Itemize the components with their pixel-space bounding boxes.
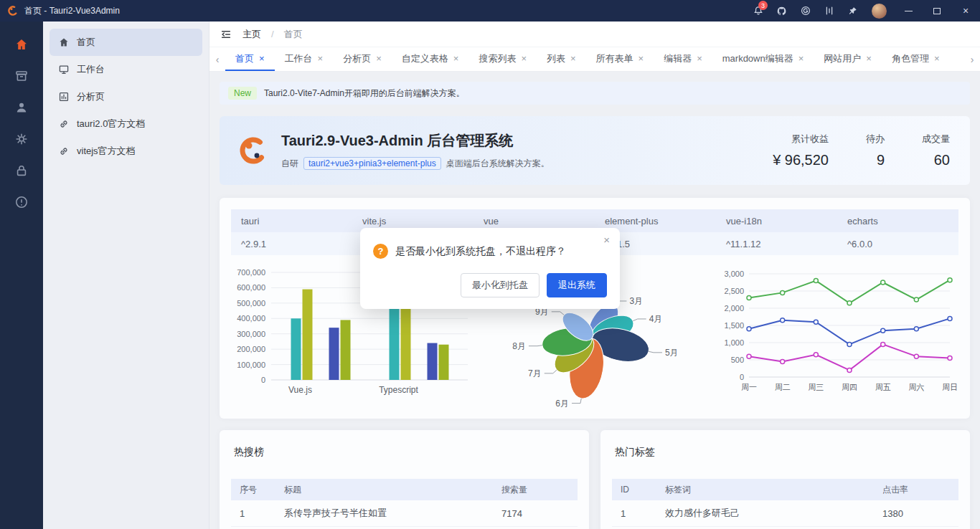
- table-cell: ^11.1.12: [716, 232, 837, 255]
- sidebar-collapse-icon[interactable]: [220, 28, 232, 41]
- notification-badge: 3: [758, 1, 768, 10]
- tabs-next-icon[interactable]: ›: [964, 47, 980, 71]
- close-button[interactable]: ×: [951, 0, 980, 22]
- tab-label: 网站用户: [824, 52, 861, 65]
- tab-item[interactable]: 编辑器×: [654, 47, 712, 71]
- navbar: 主页 / 首页: [209, 22, 980, 47]
- rail-item-permissions[interactable]: [6, 156, 37, 185]
- tab-item[interactable]: 搜索列表×: [468, 47, 537, 71]
- user-avatar[interactable]: [872, 4, 887, 19]
- sidebar-item-analysis[interactable]: 分析页: [50, 83, 202, 110]
- tab-close-icon[interactable]: ×: [318, 54, 324, 63]
- link-icon: [58, 146, 70, 157]
- exit-system-button[interactable]: 退出系统: [547, 273, 607, 297]
- window-title: 首页 - Tauri2-Vue3Admin: [24, 5, 120, 17]
- archive-icon: [14, 69, 29, 83]
- minimize-button[interactable]: [894, 0, 923, 22]
- table-header-cell: ID: [612, 479, 656, 500]
- dialog-body: ? 是否最小化到系统托盘，不退出程序？: [373, 244, 607, 259]
- svg-text:周六: 周六: [908, 383, 924, 391]
- tab-label: 自定义表格: [402, 52, 448, 65]
- tabs-prev-icon[interactable]: ‹: [209, 47, 225, 71]
- tab-close-icon[interactable]: ×: [521, 54, 527, 63]
- gitee-icon[interactable]: [793, 0, 817, 22]
- svg-text:600,000: 600,000: [237, 283, 265, 292]
- table-cell: ^2.9.1: [231, 232, 352, 255]
- svg-text:7月: 7月: [528, 368, 542, 378]
- sidebar-item-label: 首页: [77, 36, 95, 49]
- tab-item[interactable]: 角色管理×: [882, 47, 950, 71]
- svg-text:周一: 周一: [741, 383, 757, 391]
- svg-text:周四: 周四: [842, 383, 857, 391]
- pin-icon[interactable]: [841, 0, 864, 22]
- rail-item-home[interactable]: [6, 30, 37, 59]
- svg-text:周日: 周日: [942, 383, 958, 391]
- tab-item[interactable]: 所有表单×: [586, 47, 654, 71]
- table-cell: 效力感什多研毛己: [656, 500, 874, 527]
- tab-close-icon[interactable]: ×: [866, 54, 872, 63]
- sidebar-item-tauri-docs[interactable]: tauri2.0官方文档: [50, 110, 202, 138]
- tab-close-icon[interactable]: ×: [798, 54, 804, 63]
- tab-item[interactable]: 网站用户×: [814, 47, 882, 71]
- tab-close-icon[interactable]: ×: [639, 54, 644, 63]
- tab-item[interactable]: markdown编辑器×: [712, 47, 814, 71]
- tab-item[interactable]: 自定义表格×: [392, 47, 469, 71]
- rail-item-errors[interactable]: [6, 188, 37, 216]
- github-icon[interactable]: [770, 0, 793, 22]
- svg-text:6月: 6月: [555, 399, 569, 407]
- tab-item[interactable]: 工作台×: [275, 47, 334, 71]
- tab-close-icon[interactable]: ×: [934, 54, 940, 63]
- sidebar-menu: 首页工作台分析页tauri2.0官方文档vitejs官方文档: [43, 22, 209, 529]
- gear-icon: [14, 132, 29, 146]
- link-icon: [58, 118, 70, 130]
- announcement-alert: New Tauri2.0-Vite7-Admin开箱即用的后台前端解决方案。: [220, 82, 970, 105]
- tab-close-icon[interactable]: ×: [376, 54, 382, 63]
- svg-text:周二: 周二: [775, 383, 791, 391]
- rail-item-settings[interactable]: [6, 125, 37, 153]
- tab-label: 角色管理: [892, 52, 929, 65]
- tab-label: 首页: [235, 52, 254, 65]
- home-icon: [58, 37, 70, 48]
- tab-item[interactable]: 列表×: [537, 47, 586, 71]
- monitor-icon: [58, 64, 70, 75]
- rail-item-users[interactable]: [6, 93, 37, 122]
- titlebar: 首页 - Tauri2-Vue3Admin 3 ×: [0, 0, 980, 22]
- layout-columns-icon[interactable]: [817, 0, 841, 22]
- app-logo-icon: [7, 5, 19, 16]
- table-header-cell: 点击率: [874, 479, 958, 500]
- tab-label: 列表: [547, 52, 565, 65]
- sidebar-item-label: tauri2.0官方文档: [77, 118, 145, 130]
- rail-item-components[interactable]: [6, 62, 37, 90]
- tab-close-icon[interactable]: ×: [697, 54, 702, 63]
- sidebar-item-vitejs-docs[interactable]: vitejs官方文档: [50, 138, 202, 165]
- svg-text:2,000: 2,000: [724, 304, 744, 313]
- table-header-row: ID标签词点击率: [612, 479, 958, 500]
- svg-text:300,000: 300,000: [237, 330, 265, 338]
- table-header-cell: echarts: [837, 209, 958, 232]
- svg-text:4月: 4月: [649, 314, 663, 324]
- tab-close-icon[interactable]: ×: [570, 54, 576, 63]
- table-header-cell: 搜索量: [493, 479, 578, 500]
- stat-total-revenue: 累计收益¥ 96,520: [773, 133, 829, 168]
- tab-close-icon[interactable]: ×: [259, 54, 265, 63]
- sidebar-item-workbench[interactable]: 工作台: [50, 56, 202, 83]
- tech-stack-tag[interactable]: tauri2+vue3+pinia3+element-plus: [303, 157, 441, 170]
- minimize-to-tray-button[interactable]: 最小化到托盘: [461, 273, 540, 297]
- stat-value: ¥ 96,520: [773, 152, 829, 168]
- lock-icon: [14, 163, 29, 178]
- dialog-actions: 最小化到托盘 退出系统: [373, 273, 607, 297]
- notification-bell-icon[interactable]: 3: [746, 0, 770, 22]
- tab-item[interactable]: 首页×: [225, 47, 275, 71]
- table-header-cell: vue-i18n: [716, 209, 837, 232]
- svg-text:100,000: 100,000: [237, 361, 265, 369]
- tab-close-icon[interactable]: ×: [453, 54, 459, 63]
- maximize-button[interactable]: [923, 0, 951, 22]
- hero-subtitle-suffix: 桌面端后台系统解决方案。: [446, 158, 550, 170]
- stat-label: 待办: [866, 133, 885, 146]
- hero-subtitle: 自研 tauri2+vue3+pinia3+element-plus 桌面端后台…: [281, 157, 550, 170]
- dialog-close-icon[interactable]: ×: [603, 234, 610, 245]
- svg-text:2,500: 2,500: [724, 287, 744, 295]
- tab-item[interactable]: 分析页×: [333, 47, 392, 71]
- sidebar-item-home[interactable]: 首页: [50, 29, 202, 56]
- breadcrumb-root[interactable]: 主页: [242, 28, 261, 41]
